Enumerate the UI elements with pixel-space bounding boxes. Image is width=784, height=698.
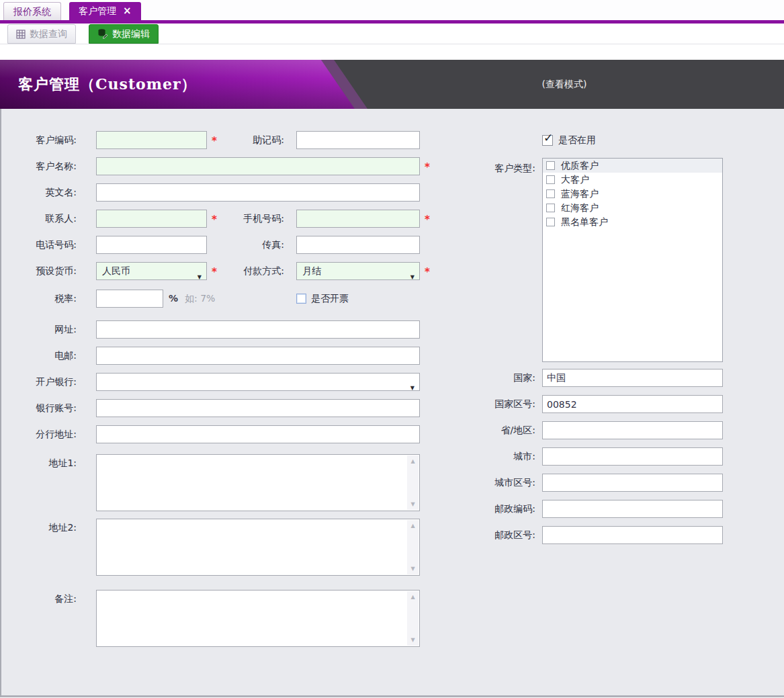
- chevron-down-icon: ▼: [198, 269, 202, 286]
- city-code-input[interactable]: [542, 474, 723, 492]
- list-item[interactable]: 黑名单客户: [543, 215, 722, 229]
- branch-address-input[interactable]: [96, 425, 420, 443]
- page-title: 客户管理（Customer）: [18, 75, 197, 95]
- item-checkbox[interactable]: [546, 218, 555, 226]
- customer-type-listbox[interactable]: 优质客户 大客户 蓝海客户 红海客户 黑名单客户: [542, 158, 723, 362]
- scrollbar[interactable]: ▲ ▼: [407, 591, 419, 646]
- customer-name-input[interactable]: [96, 157, 420, 175]
- email-label: 电邮:: [1, 347, 77, 365]
- postal-zone-input[interactable]: [542, 526, 723, 544]
- payment-select[interactable]: 月结 ▼: [296, 262, 420, 280]
- city-input[interactable]: [542, 447, 723, 466]
- english-name-input[interactable]: [96, 183, 420, 202]
- list-item[interactable]: 大客户: [543, 173, 722, 187]
- checkmark-icon: ✓: [543, 131, 553, 144]
- postal-code-input[interactable]: [542, 500, 723, 518]
- toolbar-tab-bar: 数据查询 数据编辑: [0, 24, 784, 44]
- remark-textarea[interactable]: ▲ ▼: [96, 590, 420, 647]
- bank-account-label: 银行账号:: [1, 399, 77, 417]
- close-icon[interactable]: ×: [123, 2, 132, 20]
- tab-data-query-label: 数据查询: [30, 28, 67, 39]
- required-asterisk: *: [425, 262, 434, 282]
- currency-select[interactable]: 人民币 ▼: [96, 262, 207, 280]
- tab-data-edit[interactable]: 数据编辑: [89, 24, 159, 44]
- tab-data-edit-label: 数据编辑: [112, 28, 150, 39]
- customer-code-input[interactable]: [96, 131, 207, 149]
- tab-quotation-label: 报价系统: [13, 6, 51, 17]
- list-item-label: 优质客户: [561, 160, 599, 171]
- province-label: 省/地区:: [460, 421, 535, 439]
- scrollbar[interactable]: ▲ ▼: [407, 520, 419, 574]
- tax-rate-hint: 如: 7%: [185, 290, 215, 308]
- tax-rate-label: 税率:: [1, 290, 77, 308]
- postal-code-label: 邮政编码:: [460, 500, 535, 518]
- tab-customer-management[interactable]: 客户管理×: [69, 2, 141, 20]
- contact-label: 联系人:: [1, 210, 77, 228]
- item-checkbox[interactable]: [546, 189, 555, 198]
- chevron-down-icon: ▼: [410, 269, 415, 286]
- customer-name-label: 客户名称:: [1, 157, 77, 175]
- is-active-checkbox[interactable]: ✓: [542, 135, 553, 146]
- spacer: [0, 44, 784, 60]
- bank-select[interactable]: ▼: [96, 373, 420, 391]
- scroll-up-icon[interactable]: ▲: [407, 523, 419, 529]
- mnemonic-code-input[interactable]: [296, 131, 420, 149]
- address1-textarea[interactable]: ▲ ▼: [96, 454, 420, 511]
- phone-label: 电话号码:: [1, 236, 77, 254]
- scroll-up-icon[interactable]: ▲: [407, 458, 419, 464]
- invoicing-label: 是否开票: [311, 290, 349, 308]
- tab-customer-label: 客户管理: [79, 5, 116, 16]
- fax-input[interactable]: [296, 236, 420, 254]
- database-edit-icon: [97, 27, 108, 45]
- currency-label: 预设货币:: [1, 262, 77, 280]
- branch-address-label: 分行地址:: [1, 425, 77, 443]
- list-item-label: 蓝海客户: [561, 188, 599, 199]
- percent-sign: %: [169, 290, 178, 308]
- country-code-input[interactable]: [542, 395, 723, 413]
- scroll-down-icon[interactable]: ▼: [407, 501, 419, 507]
- item-checkbox[interactable]: [546, 204, 555, 212]
- country-input[interactable]: [542, 369, 723, 387]
- tab-quotation-system[interactable]: 报价系统: [3, 2, 61, 20]
- customer-code-label: 客户编码:: [1, 131, 77, 149]
- item-checkbox[interactable]: [546, 161, 555, 170]
- invoicing-checkbox[interactable]: [296, 294, 306, 304]
- english-name-label: 英文名:: [1, 183, 77, 202]
- postal-zone-label: 邮政区号:: [460, 526, 535, 544]
- payment-value: 月结: [302, 265, 321, 276]
- payment-label: 付款方式:: [209, 262, 284, 280]
- country-code-label: 国家区号:: [460, 395, 535, 413]
- mobile-label: 手机号码:: [209, 210, 284, 228]
- mnemonic-code-label: 助记码:: [209, 131, 284, 149]
- view-mode-badge: (查看模式): [507, 79, 621, 91]
- tab-data-query[interactable]: 数据查询: [7, 24, 76, 44]
- list-item[interactable]: 蓝海客户: [543, 187, 722, 201]
- mobile-input[interactable]: [296, 210, 420, 228]
- fax-label: 传真:: [209, 236, 284, 254]
- country-label: 国家:: [460, 369, 535, 387]
- item-checkbox[interactable]: [546, 175, 555, 184]
- email-input[interactable]: [96, 347, 420, 365]
- scroll-up-icon[interactable]: ▲: [407, 594, 419, 600]
- bank-label: 开户银行:: [1, 373, 77, 391]
- website-input[interactable]: [96, 320, 420, 339]
- tax-rate-input[interactable]: [96, 290, 163, 308]
- list-item-label: 黑名单客户: [561, 216, 608, 227]
- required-asterisk: *: [425, 157, 434, 177]
- remark-label: 备注:: [1, 590, 77, 608]
- scroll-down-icon[interactable]: ▼: [407, 566, 419, 572]
- form-banner: 客户管理（Customer） (查看模式): [0, 60, 784, 109]
- scrollbar[interactable]: ▲ ▼: [407, 455, 419, 510]
- bank-account-input[interactable]: [96, 399, 420, 417]
- list-item[interactable]: 优质客户: [543, 159, 722, 173]
- grid-icon: [16, 27, 26, 45]
- scroll-down-icon[interactable]: ▼: [407, 637, 419, 643]
- contact-input[interactable]: [96, 210, 207, 228]
- list-item[interactable]: 红海客户: [543, 201, 722, 215]
- address1-label: 地址1:: [1, 454, 77, 472]
- list-item-label: 红海客户: [561, 202, 599, 213]
- phone-input[interactable]: [96, 236, 207, 254]
- address2-textarea[interactable]: ▲ ▼: [96, 519, 420, 576]
- customer-form: 客户编码: * 助记码: ✓ 是否在用 客户名称: * 客户类型: 优质客户 大…: [0, 109, 784, 697]
- province-input[interactable]: [542, 421, 723, 439]
